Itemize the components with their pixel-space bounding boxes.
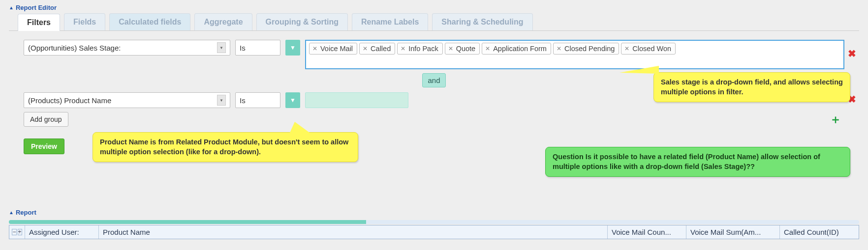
report-progress-bar [9, 220, 859, 224]
filter1-tag: ✕Application Form [482, 43, 551, 55]
tag-remove-icon[interactable]: ✕ [401, 46, 405, 52]
report-editor-title: Report Editor [16, 4, 57, 11]
tag-remove-icon[interactable]: ✕ [363, 46, 368, 52]
filter1-tag: ✕Quote [445, 43, 480, 55]
editor-tabbar: Filters Fields Calculated fields Aggrega… [9, 13, 859, 31]
filter2-operator-select[interactable]: Is [235, 92, 280, 108]
tag-label: Called [371, 45, 391, 53]
col-voicemail-sum[interactable]: Voice Mail Sum(Am... [686, 225, 780, 239]
report-collapser[interactable]: ▲ Report [9, 208, 859, 218]
filter1-value-tagbox[interactable]: ✕Voice Mail✕Called✕Info Pack✕Quote✕Appli… [305, 40, 844, 69]
report-title: Report [16, 209, 36, 216]
tag-remove-icon[interactable]: ✕ [624, 46, 629, 52]
chevron-down-icon: ▼ [217, 95, 226, 106]
tag-label: Voice Mail [320, 45, 353, 53]
callout-sales-stage-text: Sales stage is a drop-down field, and al… [661, 78, 843, 96]
tag-label: Info Pack [408, 45, 438, 53]
filter-row-1: (Opportunities) Sales Stage: ▼ Is ▼ ✕Voi… [24, 40, 844, 69]
filter1-remove-button[interactable]: ✖ [848, 49, 856, 58]
add-group-row: Add group ＋ [24, 112, 844, 127]
report-grid-header: − + Assigned User: Product Name Voice Ma… [9, 225, 859, 239]
filter1-tag: ✕Voice Mail [309, 43, 357, 55]
callout-sales-stage: Sales stage is a drop-down field, and al… [653, 72, 850, 102]
callout-product-name: Product Name is from Related Product Mod… [93, 132, 358, 162]
callout-question: Question Is it possible to have a relate… [545, 147, 850, 177]
filter1-field-value: (Opportunities) Sales Stage: [28, 44, 121, 52]
filter1-tag: ✕Closed Won [621, 43, 676, 55]
filter2-operator-value: Is [240, 96, 246, 105]
tab-calculated-fields[interactable]: Calculated fields [109, 13, 190, 30]
filter1-tag: ✕Called [359, 43, 395, 55]
expand-all-icon[interactable]: + [18, 229, 22, 235]
caret-up-icon: ▲ [9, 210, 14, 215]
add-condition-button[interactable]: ＋ [830, 113, 841, 125]
filter1-operator-select[interactable]: Is [235, 40, 280, 56]
filter1-tag: ✕Info Pack [397, 43, 442, 55]
tag-remove-icon[interactable]: ✕ [485, 46, 490, 52]
grid-tree-controls: − + [9, 225, 25, 239]
col-voicemail-count[interactable]: Voice Mail Coun... [608, 225, 686, 239]
col-called-count[interactable]: Called Count(ID) [780, 225, 859, 239]
caret-up-icon: ▲ [9, 5, 14, 10]
tab-fields[interactable]: Fields [64, 13, 105, 30]
col-assigned-user[interactable]: Assigned User: [25, 225, 99, 239]
tag-label: Closed Pending [564, 45, 615, 53]
and-connector[interactable]: and [422, 73, 445, 87]
filter1-tag: ✕Closed Pending [553, 43, 619, 55]
chevron-down-icon: ▼ [217, 42, 226, 53]
tag-remove-icon[interactable]: ✕ [312, 46, 317, 52]
report-editor-collapser[interactable]: ▲ Report Editor [9, 3, 859, 13]
filter2-value-input[interactable] [305, 92, 408, 108]
tab-aggregate[interactable]: Aggregate [194, 13, 252, 30]
filter2-operator-dropdown-button[interactable]: ▼ [285, 92, 300, 108]
tag-label: Closed Won [632, 45, 671, 53]
tag-label: Application Form [493, 45, 547, 53]
filter1-operator-dropdown-button[interactable]: ▼ [285, 40, 300, 56]
callout-question-text: Question Is it possible to have a relate… [553, 153, 820, 170]
tag-remove-icon[interactable]: ✕ [448, 46, 453, 52]
tab-sharing-scheduling[interactable]: Sharing & Scheduling [432, 13, 532, 30]
tab-grouping-sorting[interactable]: Grouping & Sorting [256, 13, 348, 30]
tab-filters[interactable]: Filters [18, 14, 60, 31]
tag-label: Quote [456, 45, 476, 53]
filter1-operator-value: Is [240, 44, 246, 52]
filter2-field-select[interactable]: (Products) Product Name ▼ [24, 92, 230, 108]
col-product-name[interactable]: Product Name [99, 225, 608, 239]
filter1-tag-input[interactable] [678, 43, 737, 54]
collapse-all-icon[interactable]: − [12, 229, 16, 235]
report-progress-fill [9, 220, 366, 224]
preview-button[interactable]: Preview [24, 139, 64, 154]
add-group-button[interactable]: Add group [24, 112, 68, 127]
tag-remove-icon[interactable]: ✕ [557, 46, 561, 52]
callout-product-name-text: Product Name is from Related Product Mod… [100, 138, 348, 156]
filter1-field-select[interactable]: (Opportunities) Sales Stage: ▼ [24, 40, 230, 56]
filter2-field-value: (Products) Product Name [28, 96, 111, 105]
tab-rename-labels[interactable]: Rename Labels [352, 13, 428, 30]
